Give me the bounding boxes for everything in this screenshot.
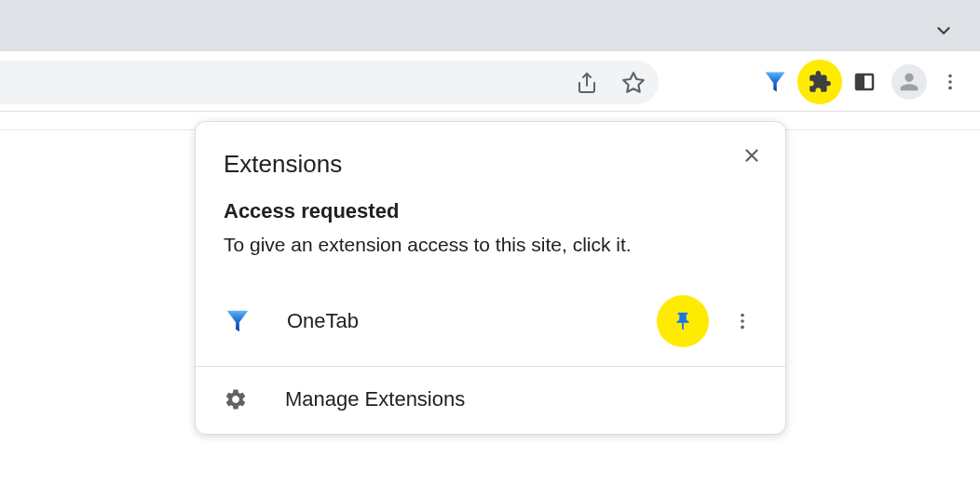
chevron-down-icon[interactable] bbox=[933, 20, 954, 45]
gear-icon bbox=[224, 387, 248, 411]
svg-point-10 bbox=[741, 320, 744, 324]
svg-point-6 bbox=[948, 86, 952, 89]
svg-point-11 bbox=[741, 326, 744, 330]
profile-avatar[interactable] bbox=[887, 60, 932, 104]
svg-point-5 bbox=[948, 80, 952, 84]
tab-strip bbox=[0, 0, 980, 51]
onetab-icon bbox=[224, 307, 252, 335]
omnibox[interactable] bbox=[0, 61, 659, 104]
section-heading: Access requested bbox=[224, 199, 757, 223]
toolbar bbox=[0, 51, 980, 112]
svg-point-4 bbox=[948, 74, 952, 77]
section-description: To give an extension access to this site… bbox=[224, 231, 757, 258]
svg-marker-1 bbox=[623, 73, 644, 92]
extension-name: OneTab bbox=[287, 309, 657, 333]
pin-button[interactable] bbox=[657, 295, 709, 347]
onetab-extension-icon[interactable] bbox=[753, 60, 797, 104]
manage-extensions-label: Manage Extensions bbox=[285, 387, 465, 411]
extension-menu-icon[interactable] bbox=[720, 299, 765, 344]
share-icon[interactable] bbox=[569, 61, 605, 105]
chrome-menu-icon[interactable] bbox=[932, 60, 969, 104]
manage-extensions-row[interactable]: Manage Extensions bbox=[196, 367, 785, 434]
bookmark-star-icon[interactable] bbox=[616, 61, 651, 105]
svg-point-9 bbox=[741, 314, 744, 317]
popup-title: Extensions bbox=[224, 150, 757, 179]
extensions-popup: Extensions Access requested To give an e… bbox=[195, 121, 786, 435]
svg-rect-3 bbox=[856, 74, 864, 89]
extension-row[interactable]: OneTab bbox=[196, 280, 785, 366]
side-panel-icon[interactable] bbox=[842, 60, 887, 104]
extensions-puzzle-icon[interactable] bbox=[797, 60, 842, 104]
